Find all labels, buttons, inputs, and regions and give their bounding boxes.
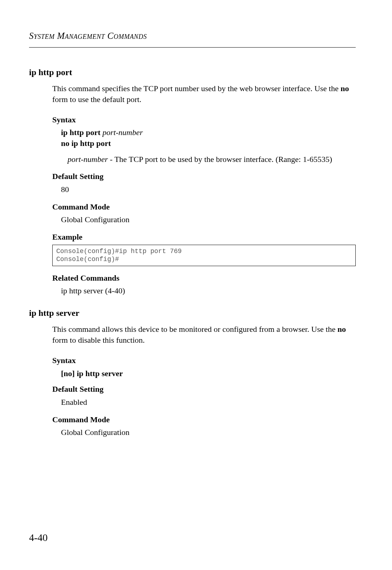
keyword-no: no xyxy=(338,325,346,334)
syntax-line: [no] ip http server xyxy=(61,368,356,379)
default-heading: Default Setting xyxy=(52,384,356,395)
syntax-block: ip http port port-number no ip http port xyxy=(61,127,356,148)
text: This command allows this device to be mo… xyxy=(52,325,338,334)
syntax-block: [no] ip http server xyxy=(61,368,356,379)
command-title-ip-http-server: ip http server xyxy=(29,307,356,319)
text: form to disable this function. xyxy=(52,335,145,345)
related-heading: Related Commands xyxy=(52,273,356,284)
syntax-line: ip http port port-number xyxy=(61,127,356,138)
syntax-command: ip http server xyxy=(77,369,123,378)
mode-value: Global Configuration xyxy=(61,427,356,438)
related-value: ip http server (4-40) xyxy=(61,285,356,296)
default-value: Enabled xyxy=(61,397,356,408)
keyword-no: no xyxy=(64,369,72,378)
syntax-command: ip http port xyxy=(61,128,102,137)
syntax-heading: Syntax xyxy=(52,114,356,125)
text: - The TCP port to be used by the browser… xyxy=(108,155,332,164)
mode-heading: Command Mode xyxy=(52,201,356,212)
default-value: 80 xyxy=(61,184,356,195)
mode-value: Global Configuration xyxy=(61,214,356,225)
page-number: 4-40 xyxy=(29,531,48,545)
intro-paragraph: This command specifies the TCP port numb… xyxy=(52,83,356,105)
default-heading: Default Setting xyxy=(52,171,356,182)
running-header: System Management Commands xyxy=(29,30,356,48)
text: This command specifies the TCP port numb… xyxy=(52,84,340,93)
text: form to use the default port. xyxy=(52,95,142,104)
mode-heading: Command Mode xyxy=(52,414,356,425)
example-code-block: Console(config)#ip http port 769 Console… xyxy=(52,245,356,266)
bracket: ] xyxy=(72,369,77,378)
syntax-heading: Syntax xyxy=(52,355,356,366)
section-ip-http-server: ip http server This command allows this … xyxy=(29,307,356,438)
command-title-ip-http-port: ip http port xyxy=(29,66,356,78)
syntax-line: no ip http port xyxy=(61,138,356,149)
syntax-param: port-number xyxy=(102,128,143,137)
param-description: port-number - The TCP port to be used by… xyxy=(68,154,356,165)
keyword-no: no xyxy=(340,84,349,93)
intro-paragraph: This command allows this device to be mo… xyxy=(52,324,356,345)
param-name: port-number xyxy=(68,155,108,164)
page: System Management Commands ip http port … xyxy=(0,0,392,570)
example-heading: Example xyxy=(52,232,356,243)
